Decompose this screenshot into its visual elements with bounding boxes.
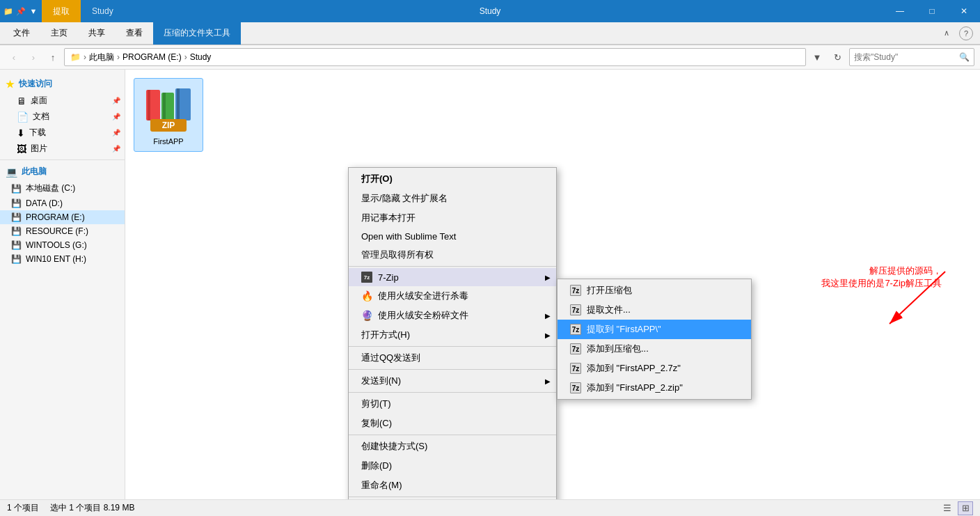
sub-ctx-extract-here[interactable]: 7z 提取到 "FirstAPP\" <box>558 320 751 339</box>
sidebar-item-downloads[interactable]: ⬇ 下载 📌 <box>0 125 125 141</box>
titlebar-icon-3: ▼ <box>28 6 39 17</box>
addressbar: ‹ › ↑ 📁 › 此电脑 › PROGRAM (E:) › Study ▼ ↻… <box>0 45 980 70</box>
ctx-open[interactable]: 打开(O) <box>349 169 556 189</box>
search-box[interactable]: 🔍 <box>849 48 974 66</box>
sidebar-drive-h[interactable]: 💾 WIN10 ENT (H:) <box>0 252 125 266</box>
path-folder[interactable]: Study <box>190 52 212 62</box>
drive-g-label: WINTOOLS (G:) <box>26 240 87 250</box>
sidebar-drive-f[interactable]: 💾 RESOURCE (F:) <box>0 224 125 238</box>
ctx-shortcut[interactable]: 创建快捷方式(S) <box>349 437 556 456</box>
pin-icon-downloads: 📌 <box>112 129 120 136</box>
computer-label[interactable]: 💻 此电脑 <box>0 163 125 180</box>
sidebar-item-documents[interactable]: 📄 文档 📌 <box>0 109 125 125</box>
titlebar-icon-1: 📁 <box>3 6 14 17</box>
ctx-properties[interactable]: 属性(R) <box>349 499 556 499</box>
sub-ctx-add-7z[interactable]: 7z 添加到 "FirstAPP_2.7z" <box>558 359 751 378</box>
sub-ctx-open-archive[interactable]: 7z 打开压缩包 <box>558 281 751 300</box>
ctx-shred[interactable]: 🔮 使用火绒安全粉碎文件 ▶ <box>349 306 556 325</box>
ctx-sep-2 <box>349 346 556 347</box>
view-tiles-button[interactable]: ⊞ <box>958 501 973 515</box>
collapse-ribbon-icon[interactable]: ∧ <box>944 29 949 38</box>
sub-7z-icon-6: 7z <box>570 382 581 393</box>
address-path[interactable]: 📁 › 此电脑 › PROGRAM (E:) › Study <box>64 48 806 66</box>
tab-compress-tools[interactable]: 压缩的文件夹工具 <box>153 22 241 45</box>
7z-badge: 7z <box>361 272 372 283</box>
view-details-button[interactable]: ☰ <box>940 501 955 515</box>
ctx-sep-6 <box>349 497 556 497</box>
ctx-notepad[interactable]: 用记事本打开 <box>349 208 556 228</box>
fire-badge: 🔥 <box>361 290 373 302</box>
tab-study[interactable]: Study <box>81 0 125 22</box>
window-title: Study <box>480 6 501 16</box>
sub-7z-icon-5: 7z <box>570 363 581 374</box>
ctx-rename[interactable]: 重命名(M) <box>349 476 556 495</box>
tab-share[interactable]: 共享 <box>78 22 116 44</box>
tab-file[interactable]: 文件 <box>3 22 40 44</box>
help-button[interactable]: ? <box>959 26 973 40</box>
path-drive[interactable]: PROGRAM (E:) <box>122 52 182 62</box>
sidebar-drive-d[interactable]: 💾 DATA (D:) <box>0 196 125 210</box>
ribbon: 文件 主页 共享 查看 压缩的文件夹工具 ∧ ? <box>0 22 980 45</box>
sub-ctx-add-archive[interactable]: 7z 添加到压缩包... <box>558 339 751 359</box>
ctx-cut[interactable]: 剪切(T) <box>349 394 556 414</box>
ctx-7zip[interactable]: 7z 7-Zip ▶ <box>349 268 556 286</box>
drive-g-icon: 💾 <box>11 240 22 250</box>
sub-7z-icon-1: 7z <box>570 285 581 296</box>
downloads-icon: ⬇ <box>17 127 25 139</box>
sidebar-item-desktop[interactable]: 🖥 桌面 📌 <box>0 93 125 109</box>
sidebar-item-pictures[interactable]: 🖼 图片 📌 <box>0 141 125 157</box>
ctx-sublime[interactable]: Open with Sublime Text <box>349 228 556 245</box>
ctx-sep-3 <box>349 369 556 370</box>
ctx-open-with[interactable]: 打开方式(H) ▶ <box>349 325 556 345</box>
drive-c-label: 本地磁盘 (C:) <box>26 182 75 194</box>
close-button[interactable]: ✕ <box>948 0 980 22</box>
refresh-button[interactable]: ↻ <box>828 48 846 66</box>
forward-button[interactable]: › <box>25 49 42 65</box>
sidebar-drive-g[interactable]: 💾 WINTOOLS (G:) <box>0 238 125 252</box>
maximize-button[interactable]: □ <box>916 0 948 22</box>
content-area: ZIP FirstAPP 打开(O) 显示/隐藏 文件扩展名 用记事本打开 Op… <box>125 70 980 499</box>
search-input[interactable] <box>854 52 956 62</box>
sub-7z-icon-2: 7z <box>570 304 581 315</box>
drive-d-icon: 💾 <box>11 198 22 208</box>
ctx-antivirus[interactable]: 🔥 使用火绒安全进行杀毒 <box>349 286 556 306</box>
ctx-delete[interactable]: 删除(D) <box>349 456 556 476</box>
file-grid: ZIP FirstAPP <box>125 70 980 160</box>
minimize-button[interactable]: — <box>884 0 916 22</box>
file-item-firstapp[interactable]: ZIP FirstAPP <box>134 78 203 152</box>
sub-ctx-extract-files[interactable]: 7z 提取文件... <box>558 300 751 320</box>
drive-c-icon: 💾 <box>11 184 22 194</box>
drive-d-label: DATA (D:) <box>26 198 63 208</box>
tab-view[interactable]: 查看 <box>116 22 153 44</box>
quick-access-label[interactable]: ★ 快速访问 <box>0 75 125 93</box>
shred-arrow: ▶ <box>545 312 551 320</box>
dropdown-button[interactable]: ▼ <box>809 49 825 65</box>
drive-e-icon: 💾 <box>11 212 22 222</box>
sidebar: ★ 快速访问 🖥 桌面 📌 📄 文档 📌 ⬇ 下载 📌 🖼 图片 📌 💻 此电脑 <box>0 70 125 499</box>
ctx-copy[interactable]: 复制(C) <box>349 414 556 433</box>
ctx-admin[interactable]: 管理员取得所有权 <box>349 245 556 265</box>
sidebar-drive-e[interactable]: 💾 PROGRAM (E:) <box>0 210 125 224</box>
computer-text: 此电脑 <box>22 166 47 178</box>
sub-ctx-add-zip[interactable]: 7z 添加到 "FirstAPP_2.zip" <box>558 378 751 398</box>
path-computer[interactable]: 此电脑 <box>89 52 114 63</box>
statusbar-count: 1 个项目 <box>7 502 39 514</box>
path-sep-1: › <box>117 52 120 62</box>
ctx-sep-1 <box>349 266 556 267</box>
ctx-sep-4 <box>349 392 556 393</box>
ribbon-tab-bar: 文件 主页 共享 查看 压缩的文件夹工具 ∧ ? <box>0 22 980 45</box>
tab-extract[interactable]: 提取 <box>42 0 81 22</box>
back-button[interactable]: ‹ <box>6 49 22 65</box>
svg-rect-1 <box>148 90 150 120</box>
tab-home[interactable]: 主页 <box>40 22 78 44</box>
svg-text:ZIP: ZIP <box>162 120 175 130</box>
drive-h-icon: 💾 <box>11 254 22 264</box>
ctx-sendto[interactable]: 发送到(N) ▶ <box>349 371 556 391</box>
zip-file-icon: ZIP <box>143 84 193 134</box>
ctx-toggle-ext[interactable]: 显示/隐藏 文件扩展名 <box>349 189 556 208</box>
ctx-qq[interactable]: 通过QQ发送到 <box>349 348 556 368</box>
statusbar: 1 个项目 选中 1 个项目 8.19 MB ☰ ⊞ <box>0 499 980 516</box>
up-button[interactable]: ↑ <box>45 49 61 65</box>
svg-rect-3 <box>163 93 166 120</box>
sidebar-drive-c[interactable]: 💾 本地磁盘 (C:) <box>0 180 125 196</box>
